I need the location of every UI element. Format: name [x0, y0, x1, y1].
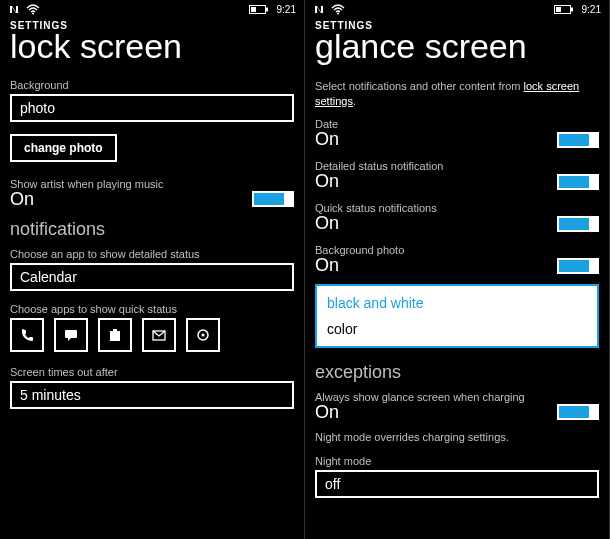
email-icon — [151, 327, 167, 343]
photo-toggle-row: Background photo On — [315, 244, 599, 276]
background-select[interactable]: photo — [10, 94, 294, 122]
svg-point-9 — [202, 334, 205, 337]
svg-rect-5 — [110, 331, 120, 341]
phone-icon — [19, 327, 35, 343]
artist-toggle[interactable] — [252, 191, 294, 207]
artist-toggle-label: Show artist when playing music — [10, 178, 294, 190]
quick-slot-message[interactable] — [54, 318, 88, 352]
nfc-icon — [313, 4, 325, 15]
exceptions-header: exceptions — [315, 362, 599, 383]
page-title: glance screen — [315, 29, 599, 65]
svg-rect-13 — [556, 7, 561, 12]
photo-toggle-label: Background photo — [315, 244, 599, 256]
background-label: Background — [10, 79, 294, 91]
svg-rect-2 — [266, 7, 268, 11]
message-icon — [63, 327, 79, 343]
night-mode-select[interactable]: off — [315, 470, 599, 498]
lock-screen-content: SETTINGS lock screen Background photo ch… — [0, 18, 304, 539]
wifi-icon — [26, 4, 40, 15]
detailed-status-select[interactable]: Calendar — [10, 263, 294, 291]
glance-screen-content: SETTINGS glance screen Select notificati… — [305, 18, 609, 539]
charging-toggle-row: Always show glance screen when charging … — [315, 391, 599, 423]
status-bar: 9:21 — [0, 0, 304, 18]
timeout-label: Screen times out after — [10, 366, 294, 378]
quick-status-label: Choose apps to show quick status — [10, 303, 294, 315]
date-toggle-row: Date On — [315, 118, 599, 150]
svg-point-0 — [32, 12, 34, 14]
svg-rect-6 — [113, 329, 117, 332]
photo-option-bw[interactable]: black and white — [317, 290, 597, 316]
night-mode-label: Night mode — [315, 455, 599, 467]
detailed-toggle[interactable] — [557, 174, 599, 190]
app-icon — [195, 327, 211, 343]
photo-toggle[interactable] — [557, 258, 599, 274]
page-title: lock screen — [10, 29, 294, 65]
svg-point-10 — [337, 12, 339, 14]
artist-toggle-row: Show artist when playing music On — [10, 178, 294, 210]
clock: 9:21 — [582, 4, 601, 15]
quick-slot-store[interactable] — [98, 318, 132, 352]
svg-rect-3 — [251, 7, 256, 12]
quick-toggle[interactable] — [557, 216, 599, 232]
svg-rect-12 — [571, 7, 573, 11]
battery-icon — [249, 5, 269, 14]
quick-toggle-label: Quick status notifications — [315, 202, 599, 214]
clock: 9:21 — [277, 4, 296, 15]
quick-status-icons — [10, 318, 294, 352]
nfc-icon — [8, 4, 20, 15]
photo-option-color[interactable]: color — [317, 316, 597, 342]
store-icon — [107, 327, 123, 343]
charging-note: Night mode overrides charging settings. — [315, 430, 599, 445]
date-toggle[interactable] — [557, 132, 599, 148]
charging-toggle-label: Always show glance screen when charging — [315, 391, 599, 403]
detailed-status-label: Choose an app to show detailed status — [10, 248, 294, 260]
quick-toggle-row: Quick status notifications On — [315, 202, 599, 234]
photo-color-select[interactable]: black and white color — [315, 284, 599, 348]
intro-text: Select notifications and other content f… — [315, 79, 599, 109]
detailed-toggle-row: Detailed status notification On — [315, 160, 599, 192]
wifi-icon — [331, 4, 345, 15]
notifications-header: notifications — [10, 219, 294, 240]
phone-glance-screen: 9:21 SETTINGS glance screen Select notif… — [305, 0, 610, 539]
quick-slot-phone[interactable] — [10, 318, 44, 352]
detailed-toggle-label: Detailed status notification — [315, 160, 599, 172]
quick-slot-email[interactable] — [142, 318, 176, 352]
quick-slot-app[interactable] — [186, 318, 220, 352]
date-toggle-label: Date — [315, 118, 599, 130]
charging-toggle[interactable] — [557, 404, 599, 420]
battery-icon — [554, 5, 574, 14]
timeout-select[interactable]: 5 minutes — [10, 381, 294, 409]
phone-lock-screen: 9:21 SETTINGS lock screen Background pho… — [0, 0, 305, 539]
change-photo-button[interactable]: change photo — [10, 134, 117, 162]
svg-rect-4 — [65, 330, 77, 338]
status-bar: 9:21 — [305, 0, 609, 18]
